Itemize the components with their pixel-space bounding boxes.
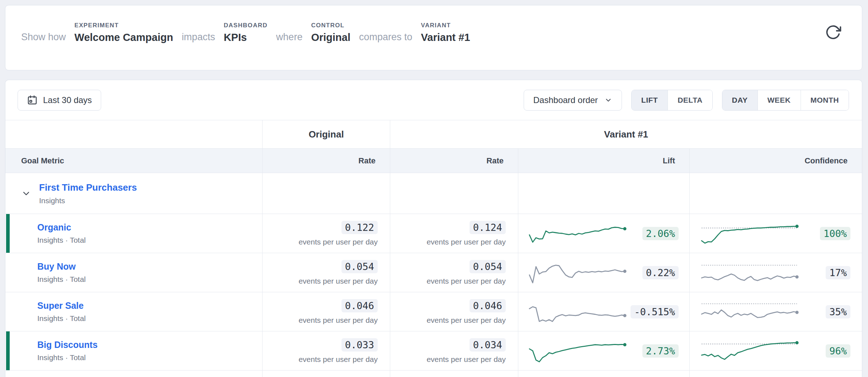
metrics-table: Original Variant #1 Goal Metric Rate Rat…: [5, 120, 862, 377]
variant-term-value[interactable]: Variant #1: [421, 32, 470, 43]
table-row-big-discounts: Big Discounts Insights · Total 0.033 eve…: [5, 331, 862, 371]
collapse-chevron-icon[interactable]: [21, 188, 31, 199]
control-rate-value: 0.046: [341, 299, 378, 312]
rate-unit: events per user per day: [426, 277, 506, 285]
control-column-header: Original: [263, 120, 390, 148]
group-metric-subtitle: Insights: [39, 196, 137, 205]
variant-rate-value: 0.124: [470, 221, 506, 234]
date-range-button[interactable]: Last 30 days: [18, 90, 101, 111]
rate-unit: events per user per day: [298, 238, 378, 246]
control-term[interactable]: CONTROL Original: [311, 22, 350, 43]
confidence-header: Confidence: [690, 149, 862, 173]
metric-subtitle: Insights · Total: [37, 275, 262, 284]
experiment-summary-card: Show how EXPERIMENT Welcome Campaign imp…: [5, 5, 862, 70]
variant-rate-value: 0.034: [470, 338, 506, 352]
dashboard-term-value[interactable]: KPIs: [224, 32, 268, 43]
metric-subtitle: Insights · Total: [37, 236, 262, 245]
experiment-term-label: EXPERIMENT: [75, 22, 173, 29]
lift-sparkline: [528, 337, 627, 365]
control-term-label: CONTROL: [311, 22, 350, 29]
confidence-sparkline: [700, 219, 799, 247]
metric-subtitle: Insights · Total: [37, 314, 262, 323]
rate-unit: events per user per day: [298, 316, 378, 325]
metric-link[interactable]: Super Sale: [37, 301, 84, 311]
calendar-icon: [27, 95, 38, 106]
lift-header: Lift: [518, 149, 690, 173]
variant-header-spacer: [5, 120, 263, 148]
table-row-partial: [5, 371, 862, 377]
goal-metric-header: Goal Metric: [5, 149, 263, 173]
confidence-value: 17%: [826, 266, 850, 279]
experiment-sentence: Show how EXPERIMENT Welcome Campaign imp…: [5, 5, 862, 43]
sentence-connector: Show how: [21, 32, 66, 43]
significance-highlight-bar: [6, 214, 10, 253]
sentence-connector: compares to: [359, 32, 412, 43]
confidence-value: 35%: [826, 305, 850, 318]
metric-group-row: First Time Purchasers Insights: [5, 173, 862, 214]
chevron-down-icon: [604, 96, 612, 104]
lift-sparkline: [528, 219, 627, 247]
control-rate-value: 0.122: [341, 221, 378, 234]
sentence-connector: impacts: [182, 32, 215, 43]
confidence-sparkline: [700, 298, 799, 326]
report-card: Last 30 days Dashboard order LIFT DELTA …: [5, 80, 862, 377]
lift-delta-toggle: LIFT DELTA: [631, 90, 713, 111]
refresh-button[interactable]: [825, 24, 842, 41]
table-row-organic: Organic Insights · Total 0.122 events pe…: [5, 214, 862, 253]
sentence-connector: where: [276, 32, 303, 43]
variant-term[interactable]: VARIANT Variant #1: [421, 22, 470, 43]
rate-unit: events per user per day: [426, 238, 506, 246]
rate-unit: events per user per day: [298, 355, 378, 364]
group-metric-link[interactable]: First Time Purchasers: [39, 182, 137, 193]
confidence-value: 96%: [826, 344, 850, 358]
granularity-toggle: DAY WEEK MONTH: [722, 90, 849, 111]
lift-value: 0.22%: [642, 266, 679, 279]
toggle-option-week[interactable]: WEEK: [758, 90, 801, 110]
toggle-option-lift[interactable]: LIFT: [632, 90, 667, 110]
control-rate-value: 0.054: [341, 260, 378, 273]
metric-link[interactable]: Big Discounts: [37, 340, 98, 350]
table-row-super-sale: Super Sale Insights · Total 0.046 events…: [5, 292, 862, 331]
lift-value: 2.73%: [642, 344, 679, 358]
toggle-option-month[interactable]: MONTH: [801, 90, 849, 110]
metric-link[interactable]: Buy Now: [37, 261, 76, 272]
refresh-icon: [825, 24, 841, 41]
dashboard-term-label: DASHBOARD: [224, 22, 268, 29]
dashboard-order-label: Dashboard order: [533, 95, 598, 105]
confidence-sparkline: [700, 337, 799, 365]
confidence-value: 100%: [820, 227, 850, 240]
toolbar-right-controls: Dashboard order LIFT DELTA DAY WEEK MONT…: [524, 90, 849, 111]
control-rate-header: Rate: [263, 149, 390, 173]
control-rate-value: 0.033: [341, 338, 378, 352]
lift-value: 2.06%: [642, 227, 679, 240]
variant-term-label: VARIANT: [421, 22, 470, 29]
rate-unit: events per user per day: [426, 316, 506, 325]
dashboard-term[interactable]: DASHBOARD KPIs: [224, 22, 268, 43]
significance-highlight-bar: [6, 331, 10, 370]
toggle-option-day[interactable]: DAY: [722, 90, 758, 110]
lift-sparkline: [528, 298, 627, 326]
toggle-option-delta[interactable]: DELTA: [667, 90, 712, 110]
lift-value: -0.515%: [631, 305, 679, 318]
confidence-sparkline: [700, 259, 799, 287]
experiment-term[interactable]: EXPERIMENT Welcome Campaign: [75, 22, 173, 43]
metric-subtitle: Insights · Total: [37, 353, 262, 362]
report-toolbar: Last 30 days Dashboard order LIFT DELTA …: [5, 80, 862, 120]
table-row-buy-now: Buy Now Insights · Total 0.054 events pe…: [5, 253, 862, 292]
variant-rate-value: 0.046: [470, 299, 506, 312]
lift-sparkline: [528, 259, 627, 287]
rate-unit: events per user per day: [298, 277, 378, 285]
variant-rate-value: 0.054: [470, 260, 506, 273]
experiment-term-value[interactable]: Welcome Campaign: [75, 32, 173, 43]
metric-link[interactable]: Organic: [37, 222, 71, 233]
variant-header-row: Original Variant #1: [5, 120, 862, 149]
column-header-row: Goal Metric Rate Rate Lift Confidence: [5, 149, 862, 173]
variant-rate-header: Rate: [390, 149, 518, 173]
date-range-label: Last 30 days: [43, 95, 92, 105]
dashboard-order-select[interactable]: Dashboard order: [524, 90, 622, 111]
variant-column-header: Variant #1: [390, 120, 862, 148]
control-term-value[interactable]: Original: [311, 32, 350, 43]
rate-unit: events per user per day: [426, 355, 506, 364]
